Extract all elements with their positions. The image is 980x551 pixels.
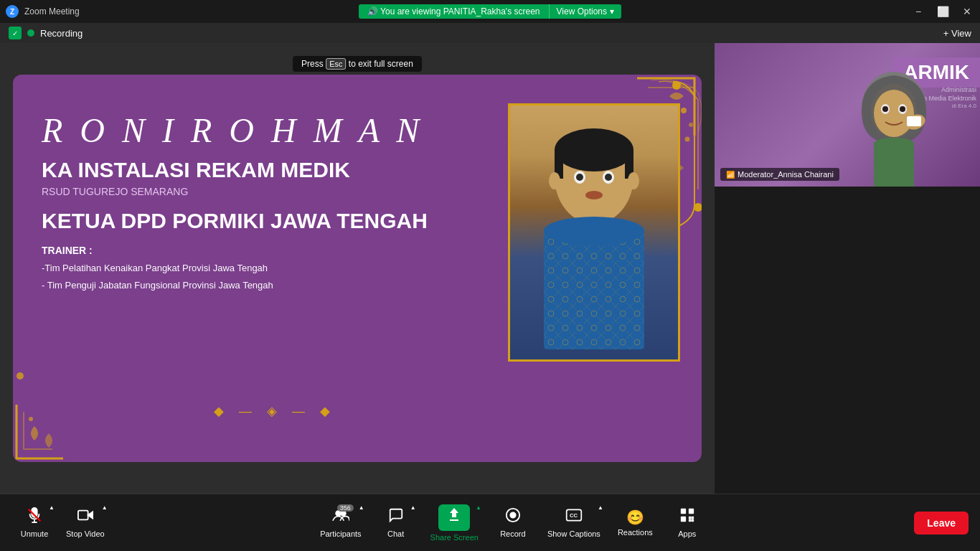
svg-point-25	[874, 90, 914, 137]
moderator-name: Moderator_Annisa Chairani	[738, 170, 834, 179]
participants-caret[interactable]: ▲	[359, 504, 364, 511]
position-title: KA INSTALASI REKAM MEDIK	[42, 157, 465, 183]
mute-label: Unmute	[21, 529, 49, 538]
toolbar: Unmute ▲ Stop Video ▲	[0, 494, 980, 551]
captions-icon: CC	[565, 507, 583, 527]
shared-screen-area: Press Esc to exit full screen	[0, 43, 715, 494]
camera-icon	[77, 507, 93, 527]
svg-rect-33	[907, 116, 921, 126]
svg-point-12	[628, 172, 639, 189]
recording-dot	[27, 29, 34, 37]
title-bar-center: 🔊 You are viewing PANITIA_Rakha's screen…	[359, 4, 621, 19]
share-screen-icon	[438, 504, 470, 531]
title-bar: Z Zoom Meeting 🔊 You are viewing PANITIA…	[0, 0, 980, 23]
svg-point-21	[544, 217, 644, 245]
svg-point-15	[576, 174, 583, 181]
view-options-button[interactable]: View Options ▾	[549, 4, 621, 19]
signal-icon: 📶	[726, 171, 735, 179]
ornament-bottom-left	[13, 369, 156, 462]
participants-count-badge: 356	[337, 504, 354, 512]
svg-rect-19	[544, 231, 644, 349]
slide-text-content: R O N I R O H M A N KA INSTALASI REKAM M…	[42, 110, 465, 293]
chat-button[interactable]: Chat ▲	[373, 500, 419, 546]
close-button[interactable]: ✕	[960, 6, 974, 17]
trainer-item-1: -Tim Pelatihan Kenaikan Pangkat Provisi …	[42, 260, 465, 276]
shield-icon: ✓	[9, 27, 22, 39]
svg-point-29	[900, 106, 905, 112]
svg-point-16	[605, 174, 612, 181]
svg-point-8	[555, 128, 633, 171]
captions-caret[interactable]: ▲	[598, 504, 603, 511]
esc-hint: Press Esc to exit full screen	[293, 56, 422, 72]
svg-rect-53	[691, 519, 694, 522]
video-caret[interactable]: ▲	[102, 504, 108, 511]
mute-caret[interactable]: ▲	[49, 504, 55, 511]
svg-point-11	[549, 172, 560, 189]
participants-icon: 356	[332, 507, 349, 527]
svg-point-5	[17, 372, 24, 380]
chat-icon	[388, 507, 404, 527]
share-screen-label: Share Screen	[430, 533, 479, 542]
svg-rect-52	[689, 519, 692, 522]
zoom-logo-icon: Z	[6, 5, 19, 18]
chat-label: Chat	[387, 529, 404, 538]
diamond-ornament: ◆ — ◈ — ◆	[214, 403, 336, 419]
minimize-button[interactable]: −	[911, 6, 925, 17]
esc-key: Esc	[326, 58, 346, 70]
svg-point-44	[510, 512, 515, 517]
hospital-name: RSUD TUGUREJO SEMARANG	[42, 186, 465, 197]
screen-share-banner: 🔊 You are viewing PANITIA_Rakha's screen	[359, 4, 549, 19]
sidebar: ARMIK Administrasi Rekam Media Elektroni…	[715, 43, 980, 494]
apps-icon	[679, 507, 695, 527]
record-icon	[505, 507, 521, 527]
record-label: Record	[500, 529, 525, 538]
leave-button[interactable]: Leave	[914, 512, 969, 534]
recording-bar: ✓ Recording + View	[0, 23, 980, 43]
svg-rect-38	[78, 511, 88, 520]
svg-rect-47	[681, 509, 686, 514]
chat-caret[interactable]: ▲	[410, 504, 416, 511]
svg-point-2	[681, 108, 687, 113]
reactions-label: Reactions	[618, 528, 653, 537]
share-screen-button[interactable]: Share Screen ▲	[425, 500, 484, 546]
view-label: + View	[943, 28, 971, 39]
title-bar-left: Z Zoom Meeting	[6, 5, 80, 18]
moderator-video-bg: ARMIK Administrasi Rekam Media Elektroni…	[715, 43, 980, 187]
video-button[interactable]: Stop Video ▲	[60, 500, 110, 546]
video-thumbnail: ARMIK Administrasi Rekam Media Elektroni…	[715, 43, 980, 187]
mute-button[interactable]: Unmute ▲	[11, 500, 57, 546]
video-label: Stop Video	[66, 529, 105, 538]
person-silhouette	[529, 120, 659, 349]
share-screen-caret[interactable]: ▲	[476, 504, 481, 511]
svg-point-28	[882, 106, 888, 112]
svg-marker-37	[88, 512, 92, 518]
apps-button[interactable]: Apps	[664, 500, 710, 546]
app-title: Zoom Meeting	[24, 6, 80, 17]
svg-point-0	[672, 81, 681, 90]
toolbar-right: Leave	[914, 512, 969, 534]
toolbar-center: 356 Participants ▲ Chat ▲	[110, 500, 915, 546]
svg-point-6	[29, 417, 33, 421]
svg-rect-51	[691, 517, 694, 519]
svg-rect-49	[681, 517, 686, 522]
svg-point-17	[585, 191, 603, 199]
moderator-person-shape	[829, 72, 958, 187]
screen-share-notice: 🔊 You are viewing PANITIA_Rakha's screen	[367, 6, 540, 17]
presenter-name: R O N I R O H M A N	[42, 110, 465, 150]
view-button[interactable]: + View	[943, 28, 971, 39]
participants-button[interactable]: 356 Participants ▲	[314, 500, 367, 546]
sidebar-empty	[715, 187, 980, 494]
org-title: KETUA DPD PORMIKI JAWA TENGAH	[42, 209, 465, 233]
recording-label: Recording	[40, 28, 83, 39]
maximize-button[interactable]: ⬜	[936, 6, 950, 17]
svg-rect-50	[689, 517, 692, 519]
captions-button[interactable]: CC Show Captions ▲	[542, 500, 606, 546]
reactions-button[interactable]: 😊 Reactions	[612, 500, 659, 546]
svg-point-4	[685, 137, 690, 142]
svg-point-3	[689, 123, 693, 127]
microphone-icon	[27, 507, 42, 527]
presenter-photo	[508, 103, 680, 362]
trainer-label: TRAINER :	[42, 242, 465, 260]
record-button[interactable]: Record	[490, 500, 536, 546]
trainer-item-2: - Tim Penguji Jabatan Fungsional Provins…	[42, 277, 465, 293]
